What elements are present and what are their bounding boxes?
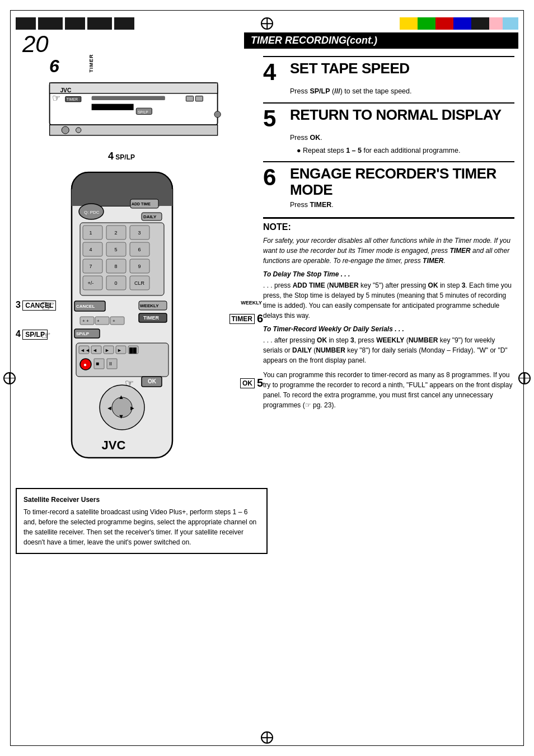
bottom-crosshair [261,731,273,744]
step4-body: Press SP/LP (///) to set the tape speed. [263,86,514,97]
step5-header: 5 RETURN TO NORMAL DISPLAY [263,102,514,130]
svg-text:6: 6 [138,247,140,252]
svg-rect-1 [50,83,218,93]
page-number: 20 [22,32,49,56]
color-seg-red [435,17,453,30]
svg-text:☞: ☞ [125,378,134,389]
svg-text:►: ► [105,348,110,353]
color-seg-green [418,17,435,30]
page-number-area: 20 [22,32,49,58]
svg-text:☞: ☞ [52,93,60,104]
note-delay-subhead: To Delay The Stop Time . . . [263,270,514,278]
step4-number: 4 [263,60,283,84]
svg-point-8 [62,126,69,134]
svg-rect-4 [186,96,193,101]
svg-text:Q: PDC: Q: PDC [84,210,100,215]
svg-point-10 [214,111,221,118]
step5-title-block: RETURN TO NORMAL DISPLAY [290,107,514,123]
svg-text:►: ► [129,405,135,411]
satellite-box-text: To timer-record a satellite broadcast us… [24,507,260,547]
step5-body: Press OK. ● Repeat steps 1 – 5 for each … [263,133,514,156]
svg-text:+/-: +/- [88,280,94,286]
step6-timer-remote-label: TIMER 6 [229,312,263,325]
right-margin-crosshair [518,372,531,384]
svg-text:JVC: JVC [102,438,126,452]
step6-header: 6 ENGAGE RECORDER'S TIMER MODE [263,161,514,198]
top-bar [16,16,518,31]
svg-text:■: ■ [96,360,99,367]
svg-text:+: + [113,318,115,323]
step5-ok-remote-label: OK 5 [240,377,263,389]
step6-number: 6 [263,166,283,189]
svg-rect-7 [50,125,218,135]
svg-text:II: II [109,361,112,367]
weekly-label: WEEKLY [241,300,262,306]
color-seg-blue [453,17,471,30]
color-seg-yellow [400,17,418,30]
title-bar: TIMER RECORDING(cont.) [244,32,518,49]
top-bar-left-blocks [16,17,134,30]
step6-section: 6 ENGAGE RECORDER'S TIMER MODE Press TIM… [263,161,514,210]
svg-text:JVC: JVC [60,87,72,93]
note-section: NOTE: For safety, your recorder disables… [263,217,514,410]
svg-text:1: 1 [89,230,92,236]
step5-section: 5 RETURN TO NORMAL DISPLAY Press OK. ● R… [263,102,514,156]
svg-text:2: 2 [114,230,117,236]
svg-text:TIMER: TIMER [67,97,78,101]
svg-text:0: 0 [114,280,117,286]
step4-title-block: SET TAPE SPEED [290,60,514,77]
bar-seg-3 [65,17,85,30]
svg-rect-26 [83,226,102,240]
svg-text:SP/LP: SP/LP [76,331,90,336]
top-crosshair [261,17,273,30]
svg-text:WEEKLY: WEEKLY [140,303,159,308]
note-weekly-text: . . . after pressing OK in step 3, press… [263,335,514,365]
svg-text:7: 7 [89,264,92,269]
step4-splp-remote-label: 4 SP/LP [16,329,48,339]
color-seg-lightblue [503,17,518,30]
bar-seg-4 [87,17,112,30]
svg-text:DAILY: DAILY [143,214,157,219]
svg-rect-5 [195,96,203,101]
svg-text:3: 3 [138,230,140,236]
svg-text:5: 5 [114,247,117,252]
svg-text:+ +: + + [82,318,89,323]
svg-text:OK: OK [148,378,157,384]
step4-splp-vcr-label: 4 SP/LP [108,151,135,162]
color-seg-black [471,17,489,30]
remote-illustration: Q: PDC ADD TIME DAILY 1 2 3 4 5 6 [16,167,268,480]
svg-text:██: ██ [129,347,137,354]
note-programmes-text: You can programme this recorder to timer… [263,370,514,410]
svg-text:●: ● [83,361,87,368]
step4-header: 4 SET TAPE SPEED [263,56,514,84]
step6-title: ENGAGE RECORDER'S TIMER MODE [290,166,514,198]
bar-seg-5 [114,17,134,30]
svg-text:TIMER: TIMER [143,315,159,321]
bar-seg-1 [16,17,36,30]
svg-rect-38 [83,259,102,273]
svg-text:◄: ◄ [92,348,97,353]
bar-seg-2 [38,17,63,30]
svg-text:8: 8 [114,264,117,269]
svg-text:ADD TIME: ADD TIME [132,202,151,206]
svg-point-9 [76,128,81,133]
svg-rect-6 [92,104,134,110]
note-italic-text: For safety, your recorder disables all o… [263,236,514,266]
satellite-box: Satellite Receiver Users To timer-record… [16,488,268,554]
svg-text:▼: ▼ [118,413,124,420]
left-margin-crosshair [3,372,16,384]
svg-text:SP/LP: SP/LP [138,110,148,114]
svg-text:▲: ▲ [118,393,124,400]
step6-title-block: ENGAGE RECORDER'S TIMER MODE [290,166,514,198]
svg-text:◄: ◄ [106,405,113,411]
svg-text:►: ► [117,348,122,353]
step3-cancel-label: 3 CANCEL [16,300,56,310]
page-title: TIMER RECORDING(cont.) [251,35,377,46]
svg-rect-3 [92,96,165,101]
color-seg-pink [489,17,503,30]
top-bar-color-blocks [400,17,518,30]
vcr-svg: JVC SP/LP TIMER ☞ [32,67,245,151]
step5-title: RETURN TO NORMAL DISPLAY [290,107,514,123]
svg-text:CLR: CLR [134,280,145,286]
svg-text:+: + [97,318,100,323]
